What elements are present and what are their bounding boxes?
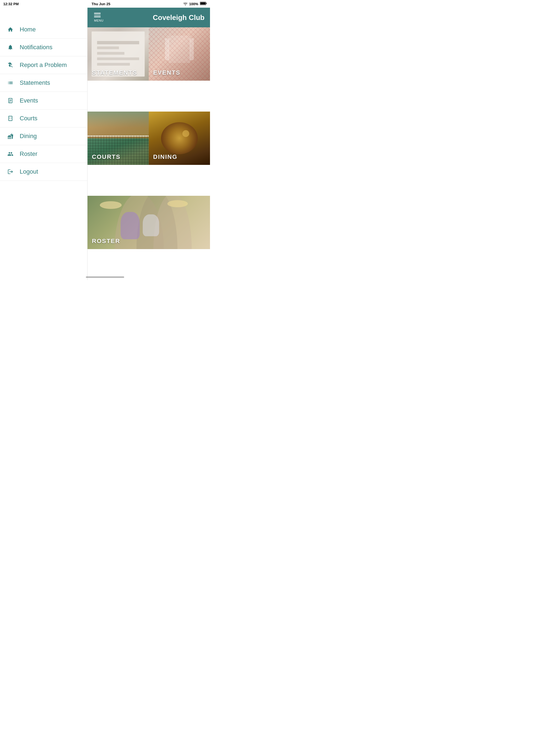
tile-dining[interactable]: DINING bbox=[149, 111, 210, 165]
svg-rect-2 bbox=[200, 2, 206, 5]
sidebar-item-events[interactable]: Events bbox=[0, 92, 87, 110]
sidebar-item-notifications[interactable]: Notifications bbox=[0, 38, 87, 56]
sidebar-item-dining[interactable]: Dining bbox=[0, 127, 87, 145]
sidebar-item-courts[interactable]: Courts bbox=[0, 110, 87, 127]
status-time: 12:32 PM bbox=[3, 2, 19, 6]
sidebar-item-logout-label: Logout bbox=[20, 168, 38, 175]
sidebar-item-notifications-label: Notifications bbox=[20, 44, 52, 51]
logout-icon bbox=[6, 168, 14, 176]
header-title: Coveleigh Club bbox=[110, 14, 205, 22]
sidebar-item-courts-label: Courts bbox=[20, 115, 37, 122]
menu-button[interactable]: MENU bbox=[93, 12, 104, 23]
tile-events-label: EVENTS bbox=[153, 69, 180, 76]
menu-label: MENU bbox=[94, 19, 103, 22]
home-icon bbox=[6, 26, 14, 33]
tile-statements-label: STATEMENTS bbox=[92, 69, 137, 76]
sidebar-item-roster[interactable]: Roster bbox=[0, 145, 87, 163]
wrench-icon bbox=[6, 61, 14, 69]
tiles-grid: STATEMENTS EVENTS bbox=[87, 27, 210, 280]
status-date: Thu Jun 25 bbox=[92, 2, 110, 6]
home-indicator bbox=[86, 277, 124, 278]
sidebar-item-logout[interactable]: Logout bbox=[0, 163, 87, 181]
tile-statements[interactable]: STATEMENTS bbox=[87, 27, 149, 81]
tile-events[interactable]: EVENTS bbox=[149, 27, 210, 81]
tile-roster[interactable]: ROSTER bbox=[87, 196, 210, 249]
courts-icon bbox=[6, 114, 14, 122]
sidebar-item-report-label: Report a Problem bbox=[20, 61, 67, 69]
sidebar-item-home[interactable]: Home bbox=[0, 21, 87, 38]
sidebar: Home Notifications Report a Problem bbox=[0, 8, 87, 280]
fork-icon bbox=[6, 132, 14, 140]
person-icon bbox=[6, 150, 14, 158]
battery-icon bbox=[200, 2, 207, 6]
tile-dining-label: DINING bbox=[153, 153, 177, 160]
tile-courts-label: COURTS bbox=[92, 153, 121, 160]
events-icon bbox=[6, 97, 14, 104]
status-right: 100% bbox=[183, 2, 207, 6]
sidebar-item-statements[interactable]: Statements bbox=[0, 74, 87, 92]
sidebar-item-statements-label: Statements bbox=[20, 79, 50, 86]
sidebar-item-roster-label: Roster bbox=[20, 150, 37, 157]
sidebar-item-events-label: Events bbox=[20, 97, 38, 104]
status-bar: 12:32 PM Thu Jun 25 100% bbox=[0, 0, 210, 8]
bell-icon bbox=[6, 44, 14, 51]
header: MENU Coveleigh Club bbox=[87, 8, 210, 27]
app-container: Home Notifications Report a Problem bbox=[0, 8, 210, 280]
sidebar-item-dining-label: Dining bbox=[20, 133, 36, 140]
svg-rect-1 bbox=[206, 3, 207, 4]
wifi-icon bbox=[183, 2, 187, 6]
main-content: MENU Coveleigh Club STATEMENTS bbox=[87, 8, 210, 280]
sidebar-item-home-label: Home bbox=[20, 26, 36, 33]
tile-roster-label: ROSTER bbox=[92, 238, 120, 245]
battery-percentage: 100% bbox=[189, 2, 198, 6]
list-icon bbox=[6, 79, 14, 87]
sidebar-item-report-a-problem[interactable]: Report a Problem bbox=[0, 56, 87, 74]
tile-courts[interactable]: COURTS bbox=[87, 111, 149, 165]
